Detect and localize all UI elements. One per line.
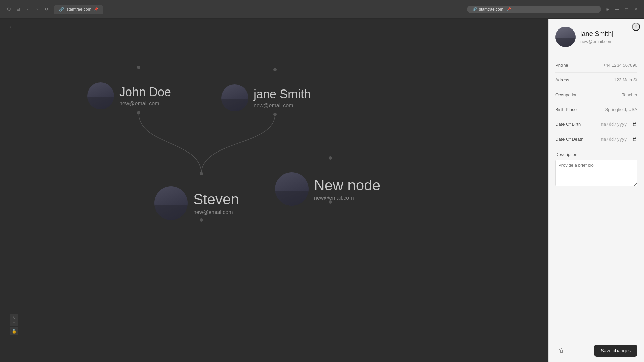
address-value[interactable]: 123 Main St (590, 77, 637, 82)
window-restore-icon[interactable]: ◻ (624, 7, 629, 12)
panel-name: jane Smith| (580, 30, 614, 38)
window-controls: ⊞ ─ ◻ ✕ (605, 7, 639, 12)
node-info-new-node: New node new@email.com (314, 177, 380, 201)
panel-footer: 🗑 Save changes (549, 339, 644, 362)
delete-icon: 🗑 (559, 348, 564, 354)
phone-value[interactable]: +44 1234 567890 (590, 63, 637, 68)
forward-icon[interactable]: › (34, 6, 40, 13)
panel-close-button[interactable]: × (632, 23, 640, 31)
browser-controls: ⬡ ⊞ ‹ › ↻ (5, 6, 50, 13)
node-avatar-jane-smith (221, 84, 248, 111)
date-of-birth-label: Date Of Birth (555, 122, 586, 127)
side-panel: × jane Smith| new@email.com Phone +44 12… (548, 19, 644, 362)
address-lock-icon: 🔗 (472, 7, 477, 11)
window-tile-icon[interactable]: ⊞ (605, 7, 610, 12)
delete-button[interactable]: 🗑 (555, 345, 568, 357)
phone-field-row: Phone +44 1234 567890 (555, 58, 637, 73)
node-jane-smith[interactable]: jane Smith new@email.com (221, 84, 311, 111)
node-steven[interactable]: Steven new@email.com (154, 186, 239, 220)
occupation-field-row: Occupation Teacher (555, 87, 637, 102)
node-name-jane-smith: jane Smith (254, 87, 311, 101)
tab-pin-icon: 📌 (94, 7, 98, 11)
address-bar[interactable]: 🔗 stamtrae.com 📌 (467, 6, 601, 13)
address-pin-icon: 📌 (507, 7, 511, 11)
browser-logo-icon: ⬡ (5, 6, 12, 13)
expand-button[interactable]: ⤡ (10, 314, 18, 322)
occupation-label: Occupation (555, 92, 586, 97)
occupation-value[interactable]: Teacher (590, 92, 637, 97)
birth-place-label: Birth Place (555, 107, 586, 112)
date-of-death-value[interactable] (590, 137, 637, 142)
node-name-new-node: New node (314, 177, 380, 194)
panel-avatar (555, 27, 576, 47)
date-of-birth-input[interactable] (601, 122, 637, 127)
node-email-steven: new@email.com (193, 209, 239, 215)
node-new-node[interactable]: New node new@email.com (275, 172, 380, 206)
back-icon[interactable]: ‹ (24, 6, 31, 13)
node-avatar-new-node (275, 172, 309, 206)
date-of-death-label: Date Of Death (555, 137, 586, 142)
graph-connections (0, 19, 548, 362)
refresh-icon[interactable]: ↻ (43, 6, 50, 13)
address-text: stamtrae.com (479, 7, 503, 12)
node-avatar-steven (154, 186, 188, 220)
node-email-john-doe: new@email.com (119, 101, 171, 107)
panel-email: new@email.com (580, 39, 614, 44)
lock-button[interactable]: 🔒 (10, 327, 18, 335)
description-input[interactable] (555, 160, 637, 186)
panel-header-info: jane Smith| new@email.com (580, 30, 614, 44)
address-field-row: Adress 123 Main St (555, 73, 637, 87)
panel-fields: Phone +44 1234 567890 Adress 123 Main St… (549, 55, 644, 339)
node-email-new-node: new@email.com (314, 195, 380, 201)
svg-point-6 (329, 156, 332, 160)
birth-place-field-row: Birth Place Springfield, USA (555, 102, 637, 117)
panel-header: jane Smith| new@email.com (549, 19, 644, 55)
node-info-steven: Steven new@email.com (193, 191, 239, 215)
description-label: Description (555, 152, 586, 157)
tab-grid-icon[interactable]: ⊞ (15, 6, 21, 13)
phone-label: Phone (555, 63, 586, 68)
date-of-birth-field-row: Date Of Birth (555, 117, 637, 132)
main-container: ‹ John Doe (0, 19, 644, 362)
date-of-death-input[interactable] (601, 137, 637, 142)
description-field-row: Description (555, 147, 637, 191)
browser-chrome: ⬡ ⊞ ‹ › ↻ 🔗 stamtrae.com 📌 🔗 stamtrae.co… (0, 0, 644, 19)
node-name-steven: Steven (193, 191, 239, 208)
date-of-birth-value[interactable] (590, 122, 637, 127)
address-label: Adress (555, 77, 586, 82)
save-button[interactable]: Save changes (594, 345, 637, 357)
node-info-jane-smith: jane Smith new@email.com (254, 87, 311, 109)
node-name-john-doe: John Doe (119, 85, 171, 99)
tab-bar: 🔗 stamtrae.com 📌 (54, 5, 463, 14)
window-minimize-icon[interactable]: ─ (614, 7, 620, 12)
date-of-death-field-row: Date Of Death (555, 132, 637, 147)
birth-place-value[interactable]: Springfield, USA (590, 107, 637, 112)
browser-tab[interactable]: 🔗 stamtrae.com 📌 (54, 5, 103, 14)
node-email-jane-smith: new@email.com (254, 103, 311, 109)
node-info-john-doe: John Doe new@email.com (119, 85, 171, 107)
node-avatar-john-doe (87, 82, 114, 109)
window-close-icon[interactable]: ✕ (633, 7, 639, 12)
tab-icon: 🔗 (59, 7, 64, 12)
svg-point-0 (137, 66, 140, 69)
graph-area[interactable]: ‹ John Doe (0, 19, 548, 362)
tab-label: stamtrae.com (67, 7, 91, 12)
svg-point-2 (273, 68, 277, 71)
node-john-doe[interactable]: John Doe new@email.com (87, 82, 171, 109)
